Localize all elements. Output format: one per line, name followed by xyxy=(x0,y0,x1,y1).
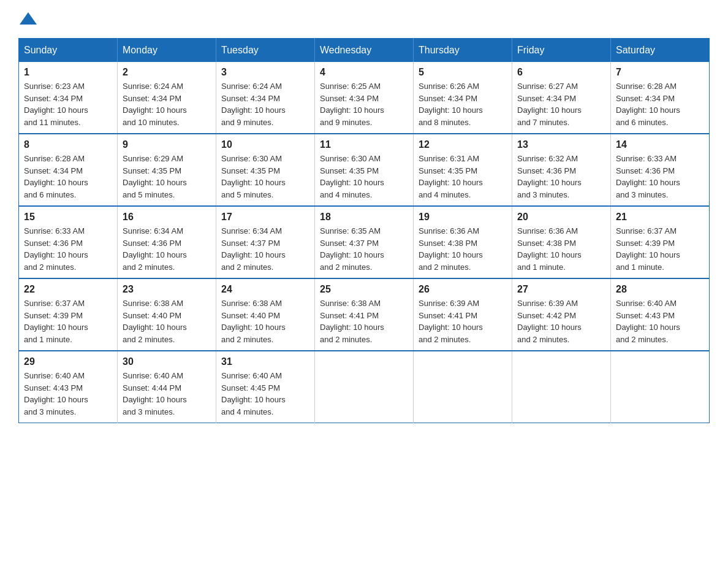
calendar-cell: 20Sunrise: 6:36 AMSunset: 4:38 PMDayligh… xyxy=(512,206,611,278)
day-number: 26 xyxy=(419,284,507,295)
day-number: 19 xyxy=(419,212,507,223)
day-number: 17 xyxy=(221,212,309,223)
day-info: Sunrise: 6:25 AMSunset: 4:34 PMDaylight:… xyxy=(320,80,408,128)
day-number: 5 xyxy=(419,67,507,78)
calendar-cell: 30Sunrise: 6:40 AMSunset: 4:44 PMDayligh… xyxy=(118,351,216,423)
weekday-header-friday: Friday xyxy=(512,39,611,63)
calendar-cell: 10Sunrise: 6:30 AMSunset: 4:35 PMDayligh… xyxy=(216,134,315,206)
svg-marker-0 xyxy=(20,12,37,25)
weekday-header-wednesday: Wednesday xyxy=(315,39,414,63)
calendar-cell: 12Sunrise: 6:31 AMSunset: 4:35 PMDayligh… xyxy=(414,134,512,206)
day-info: Sunrise: 6:39 AMSunset: 4:42 PMDaylight:… xyxy=(517,297,605,345)
calendar-week-2: 8Sunrise: 6:28 AMSunset: 4:34 PMDaylight… xyxy=(19,134,710,206)
calendar-cell: 23Sunrise: 6:38 AMSunset: 4:40 PMDayligh… xyxy=(118,278,216,351)
day-number: 22 xyxy=(24,284,112,295)
weekday-header-tuesday: Tuesday xyxy=(216,39,315,63)
calendar-cell: 6Sunrise: 6:27 AMSunset: 4:34 PMDaylight… xyxy=(512,62,611,134)
day-number: 28 xyxy=(616,284,704,295)
calendar-cell: 8Sunrise: 6:28 AMSunset: 4:34 PMDaylight… xyxy=(19,134,118,206)
day-info: Sunrise: 6:39 AMSunset: 4:41 PMDaylight:… xyxy=(419,297,507,345)
calendar-cell: 3Sunrise: 6:24 AMSunset: 4:34 PMDaylight… xyxy=(216,62,315,134)
day-number: 21 xyxy=(616,212,704,223)
day-number: 8 xyxy=(24,139,112,150)
day-info: Sunrise: 6:30 AMSunset: 4:35 PMDaylight:… xyxy=(221,153,309,201)
calendar-cell: 26Sunrise: 6:39 AMSunset: 4:41 PMDayligh… xyxy=(414,278,512,351)
calendar-cell xyxy=(315,351,414,423)
day-number: 15 xyxy=(24,212,112,223)
calendar-cell: 15Sunrise: 6:33 AMSunset: 4:36 PMDayligh… xyxy=(19,206,118,278)
day-number: 12 xyxy=(419,139,507,150)
calendar-cell: 5Sunrise: 6:26 AMSunset: 4:34 PMDaylight… xyxy=(414,62,512,134)
day-info: Sunrise: 6:37 AMSunset: 4:39 PMDaylight:… xyxy=(24,297,112,345)
day-info: Sunrise: 6:33 AMSunset: 4:36 PMDaylight:… xyxy=(24,225,112,273)
weekday-header-monday: Monday xyxy=(118,39,216,63)
day-info: Sunrise: 6:26 AMSunset: 4:34 PMDaylight:… xyxy=(419,80,507,128)
day-number: 23 xyxy=(123,284,211,295)
day-number: 9 xyxy=(123,139,211,150)
day-number: 13 xyxy=(517,139,605,150)
calendar-cell: 31Sunrise: 6:40 AMSunset: 4:45 PMDayligh… xyxy=(216,351,315,423)
calendar-cell: 1Sunrise: 6:23 AMSunset: 4:34 PMDaylight… xyxy=(19,62,118,134)
day-number: 18 xyxy=(320,212,408,223)
calendar-cell: 24Sunrise: 6:38 AMSunset: 4:40 PMDayligh… xyxy=(216,278,315,351)
day-info: Sunrise: 6:37 AMSunset: 4:39 PMDaylight:… xyxy=(616,225,704,273)
day-info: Sunrise: 6:40 AMSunset: 4:44 PMDaylight:… xyxy=(123,370,211,418)
day-info: Sunrise: 6:40 AMSunset: 4:43 PMDaylight:… xyxy=(616,297,704,345)
calendar-cell: 4Sunrise: 6:25 AMSunset: 4:34 PMDaylight… xyxy=(315,62,414,134)
day-info: Sunrise: 6:36 AMSunset: 4:38 PMDaylight:… xyxy=(419,225,507,273)
calendar-cell: 21Sunrise: 6:37 AMSunset: 4:39 PMDayligh… xyxy=(611,206,710,278)
day-info: Sunrise: 6:34 AMSunset: 4:36 PMDaylight:… xyxy=(123,225,211,273)
day-info: Sunrise: 6:38 AMSunset: 4:40 PMDaylight:… xyxy=(123,297,211,345)
calendar-cell: 17Sunrise: 6:34 AMSunset: 4:37 PMDayligh… xyxy=(216,206,315,278)
day-info: Sunrise: 6:40 AMSunset: 4:43 PMDaylight:… xyxy=(24,370,112,418)
day-number: 30 xyxy=(123,356,211,367)
day-number: 4 xyxy=(320,67,408,78)
day-number: 20 xyxy=(517,212,605,223)
day-info: Sunrise: 6:35 AMSunset: 4:37 PMDaylight:… xyxy=(320,225,408,273)
calendar-cell: 25Sunrise: 6:38 AMSunset: 4:41 PMDayligh… xyxy=(315,278,414,351)
day-number: 27 xyxy=(517,284,605,295)
day-info: Sunrise: 6:36 AMSunset: 4:38 PMDaylight:… xyxy=(517,225,605,273)
day-info: Sunrise: 6:29 AMSunset: 4:35 PMDaylight:… xyxy=(123,153,211,201)
logo-flag-icon xyxy=(20,12,37,27)
calendar-cell: 14Sunrise: 6:33 AMSunset: 4:36 PMDayligh… xyxy=(611,134,710,206)
day-number: 1 xyxy=(24,67,112,78)
weekday-header-sunday: Sunday xyxy=(19,39,118,63)
day-info: Sunrise: 6:31 AMSunset: 4:35 PMDaylight:… xyxy=(419,153,507,201)
calendar-cell xyxy=(611,351,710,423)
calendar-cell: 18Sunrise: 6:35 AMSunset: 4:37 PMDayligh… xyxy=(315,206,414,278)
weekday-header-row: SundayMondayTuesdayWednesdayThursdayFrid… xyxy=(19,39,710,63)
day-info: Sunrise: 6:28 AMSunset: 4:34 PMDaylight:… xyxy=(616,80,704,128)
day-number: 31 xyxy=(221,356,309,367)
day-number: 6 xyxy=(517,67,605,78)
calendar-week-1: 1Sunrise: 6:23 AMSunset: 4:34 PMDaylight… xyxy=(19,62,710,134)
day-info: Sunrise: 6:34 AMSunset: 4:37 PMDaylight:… xyxy=(221,225,309,273)
day-number: 25 xyxy=(320,284,408,295)
day-number: 29 xyxy=(24,356,112,367)
calendar-cell xyxy=(512,351,611,423)
day-info: Sunrise: 6:27 AMSunset: 4:34 PMDaylight:… xyxy=(517,80,605,128)
weekday-header-thursday: Thursday xyxy=(414,39,512,63)
calendar-week-3: 15Sunrise: 6:33 AMSunset: 4:36 PMDayligh… xyxy=(19,206,710,278)
day-info: Sunrise: 6:30 AMSunset: 4:35 PMDaylight:… xyxy=(320,153,408,201)
calendar-cell: 2Sunrise: 6:24 AMSunset: 4:34 PMDaylight… xyxy=(118,62,216,134)
day-info: Sunrise: 6:38 AMSunset: 4:40 PMDaylight:… xyxy=(221,297,309,345)
day-number: 24 xyxy=(221,284,309,295)
calendar-cell xyxy=(414,351,512,423)
day-info: Sunrise: 6:23 AMSunset: 4:34 PMDaylight:… xyxy=(24,80,112,128)
calendar-cell: 29Sunrise: 6:40 AMSunset: 4:43 PMDayligh… xyxy=(19,351,118,423)
calendar-week-4: 22Sunrise: 6:37 AMSunset: 4:39 PMDayligh… xyxy=(19,278,710,351)
calendar-cell: 22Sunrise: 6:37 AMSunset: 4:39 PMDayligh… xyxy=(19,278,118,351)
calendar-cell: 11Sunrise: 6:30 AMSunset: 4:35 PMDayligh… xyxy=(315,134,414,206)
day-info: Sunrise: 6:38 AMSunset: 4:41 PMDaylight:… xyxy=(320,297,408,345)
calendar-cell: 19Sunrise: 6:36 AMSunset: 4:38 PMDayligh… xyxy=(414,206,512,278)
day-info: Sunrise: 6:40 AMSunset: 4:45 PMDaylight:… xyxy=(221,370,309,418)
logo xyxy=(18,12,37,26)
day-info: Sunrise: 6:24 AMSunset: 4:34 PMDaylight:… xyxy=(221,80,309,128)
day-number: 14 xyxy=(616,139,704,150)
calendar-cell: 7Sunrise: 6:28 AMSunset: 4:34 PMDaylight… xyxy=(611,62,710,134)
day-info: Sunrise: 6:33 AMSunset: 4:36 PMDaylight:… xyxy=(616,153,704,201)
weekday-header-saturday: Saturday xyxy=(611,39,710,63)
day-number: 10 xyxy=(221,139,309,150)
calendar-cell: 16Sunrise: 6:34 AMSunset: 4:36 PMDayligh… xyxy=(118,206,216,278)
